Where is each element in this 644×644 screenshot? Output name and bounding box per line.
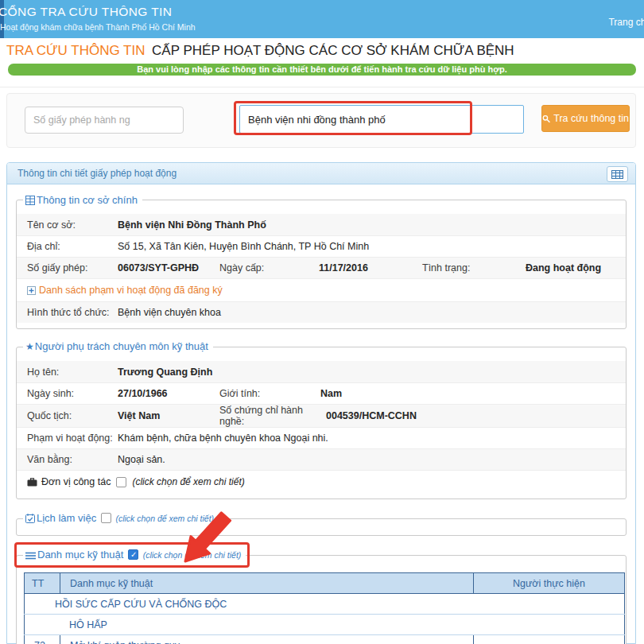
portal-title: CỔNG TRA CỨU THÔNG TIN: [0, 5, 172, 19]
person-nationality-row: Quốc tịch: Việt Nam Số chứng chỉ hành ng…: [17, 404, 626, 427]
detail-panel-header: Thông tin chi tiết giấy phép hoạt động: [7, 163, 635, 184]
field-label: Địa chỉ:: [27, 241, 118, 252]
facility-info-legend-text: Thông tin cơ sở chính: [37, 194, 138, 206]
page-title: TRA CỨU THÔNG TIN CẤP PHÉP HOẠT ĐỘNG CÁC…: [6, 38, 644, 63]
person-legend: ★Người phụ trách chuyên môn kỹ thuật: [23, 340, 213, 353]
field-value: 11/17/2016: [319, 262, 422, 274]
field-label: Tình trạng:: [422, 262, 526, 274]
field-value: Bệnh viện Nhi Đồng Thành Phố: [118, 219, 626, 231]
person-name-row: Họ tên: Trương Quang Định: [17, 361, 626, 382]
detail-panel: Thông tin chi tiết giấy phép hoạt động T…: [6, 162, 636, 644]
tech-row-person: [474, 635, 625, 644]
workplace-label: Đơn vị công tác: [41, 476, 111, 487]
field-value: 06073/SYT-GPHĐ: [118, 262, 219, 274]
field-value: Trương Quang Định: [118, 367, 626, 378]
field-value: Bệnh viện chuyên khoa: [118, 307, 626, 318]
grid-view-button[interactable]: [607, 166, 628, 182]
field-label: Quốc tịch:: [27, 410, 118, 421]
tech-row-name: Mở khí quản thường quy: [60, 635, 474, 644]
facility-address-row: Địa chỉ: Số 15, Xã Tân Kiên, Huyện Bình …: [17, 235, 626, 257]
tech-group-row: HÔ HẤP: [25, 615, 625, 635]
search-icon: [542, 114, 550, 124]
tech-data-row: 72 Mở khí quản thường quy: [25, 635, 625, 644]
col-header-person: Người thực hiện: [474, 573, 625, 594]
field-value: Ngoại sản.: [118, 454, 626, 465]
facility-info-section: Thông tin cơ sở chính Tên cơ sở: Bệnh vi…: [16, 194, 627, 329]
schedule-legend: Lịch làm việc (click chọn để xem chi tiế…: [23, 512, 219, 525]
tech-group-row: HỒI SỨC CẤP CỨU VÀ CHỐNG ĐỘC: [25, 594, 625, 615]
page: CỔNG TRA CỨU THÔNG TIN Hoạt động khám ch…: [0, 0, 644, 644]
page-title-rest: CẤP PHÉP HOẠT ĐỘNG CÁC CƠ SỞ KHÁM CHỮA B…: [152, 43, 514, 58]
facility-license-row: Số giấy phép: 06073/SYT-GPHĐ Ngày cấp: 1…: [17, 257, 626, 278]
detail-panel-body: Thông tin cơ sở chính Tên cơ sở: Bệnh vi…: [7, 194, 635, 644]
facility-orgtype-row: Hình thức tổ chức: Bệnh viện chuyên khoa: [17, 301, 626, 323]
col-header-tt: TT: [25, 573, 60, 594]
person-in-charge-section: ★Người phụ trách chuyên môn kỹ thuật Họ …: [16, 340, 627, 499]
person-dob-row: Ngày sinh: 27/10/1966 Giới tính: Nam: [17, 382, 626, 404]
field-label: Giới tính:: [219, 388, 320, 399]
search-panel: Tra cứu thông tin: [6, 93, 636, 148]
field-value: 004539/HCM-CCHN: [326, 410, 626, 421]
registered-scope-row: Danh sách phạm vi hoạt động đã đăng ký: [17, 278, 626, 301]
field-label: Phạm vi hoạt động:: [27, 433, 118, 444]
star-icon: ★: [25, 341, 34, 352]
tech-list-section: Danh mục kỹ thuật (click chọn để xem chi…: [16, 549, 627, 644]
calendar-icon: [25, 514, 35, 523]
field-label: Tên cơ sở:: [27, 219, 118, 231]
tech-legend: Danh mục kỹ thuật (click chọn để xem chi…: [23, 549, 246, 561]
portal-subtitle: Hoạt động khám chữa bệnh Thành Phố Hồ Ch…: [0, 22, 196, 32]
search-button[interactable]: Tra cứu thông tin: [541, 105, 630, 132]
detail-panel-title: Thông tin chi tiết giấy phép hoạt động: [7, 163, 635, 184]
field-label: Họ tên:: [27, 367, 118, 378]
tech-row-tt: 72: [25, 635, 60, 644]
facility-name-row: Tên cơ sở: Bệnh viện Nhi Đồng Thành Phố: [17, 214, 626, 235]
notice-banner: Bạn vui lòng nhập các thông tin cần thiế…: [8, 64, 636, 76]
field-label: Văn bằng:: [27, 454, 118, 465]
person-scope-row: Phạm vi hoạt động: Khám bệnh, chữa bệnh …: [17, 427, 626, 448]
schedule-section: Lịch làm việc (click chọn để xem chi tiế…: [16, 512, 627, 536]
field-value: Việt Nam: [118, 410, 219, 421]
list-icon: [25, 552, 36, 560]
field-label: Số chứng chỉ hành nghề:: [219, 405, 326, 427]
workplace-hint: (click chọn để xem chi tiết): [132, 476, 244, 487]
portal-header: CỔNG TRA CỨU THÔNG TIN Hoạt động khám ch…: [0, 0, 644, 38]
field-value: Số 15, Xã Tân Kiên, Huyện Bình Chánh, TP…: [118, 241, 626, 252]
tech-table: TT Danh mục kỹ thuật Người thực hiện HỒI…: [24, 572, 625, 644]
field-label: Số giấy phép:: [27, 262, 118, 274]
schedule-hint: (click chọn để xem chi tiết): [115, 514, 214, 523]
registered-scope-link[interactable]: Danh sách phạm vi hoạt động đã đăng ký: [39, 285, 223, 296]
field-value: Khám bệnh, chữa bệnh chuyên khoa Ngoại n…: [118, 433, 626, 444]
col-header-name: Danh mục kỹ thuật: [60, 573, 474, 594]
facility-name-input[interactable]: [239, 105, 524, 134]
workplace-checkbox[interactable]: [116, 477, 126, 487]
field-value: Nam: [320, 388, 626, 399]
tech-group-link[interactable]: HỒI SỨC CẤP CỨU VÀ CHỐNG ĐỘC: [25, 594, 625, 615]
person-legend-text: Người phụ trách chuyên môn kỹ thuật: [35, 340, 208, 352]
home-link[interactable]: Trang chủ: [608, 17, 644, 28]
tech-legend-text: Danh mục kỹ thuật: [37, 549, 123, 561]
field-value: Đang hoạt động: [526, 262, 626, 274]
person-degree-row: Văn bằng: Ngoại sản.: [17, 448, 626, 470]
expand-plus-icon[interactable]: [27, 286, 36, 295]
page-title-highlight: TRA CỨU THÔNG TIN: [6, 43, 145, 58]
tech-table-header-row: TT Danh mục kỹ thuật Người thực hiện: [25, 573, 625, 594]
section-divider: [0, 87, 644, 87]
field-value: 27/10/1966: [118, 388, 219, 399]
tech-hint: (click chọn để xem chi tiết): [143, 550, 242, 560]
grid-icon: [611, 170, 623, 179]
search-button-label: Tra cứu thông tin: [553, 113, 629, 124]
schedule-checkbox[interactable]: [101, 513, 111, 523]
schedule-legend-text: Lịch làm việc: [37, 512, 96, 524]
tech-group-link[interactable]: HÔ HẤP: [25, 615, 625, 635]
workplace-row: Đơn vị công tác (click chọn để xem chi t…: [17, 470, 626, 493]
building-grid-icon: [25, 196, 35, 205]
field-label: Hình thức tổ chức:: [27, 307, 118, 318]
field-label: Ngày sinh:: [27, 388, 118, 399]
tech-checkbox[interactable]: [128, 549, 138, 560]
briefcase-icon: [27, 478, 37, 487]
facility-info-legend: Thông tin cơ sở chính: [23, 194, 142, 206]
license-number-input[interactable]: [25, 107, 184, 134]
field-label: Ngày cấp:: [219, 262, 319, 274]
